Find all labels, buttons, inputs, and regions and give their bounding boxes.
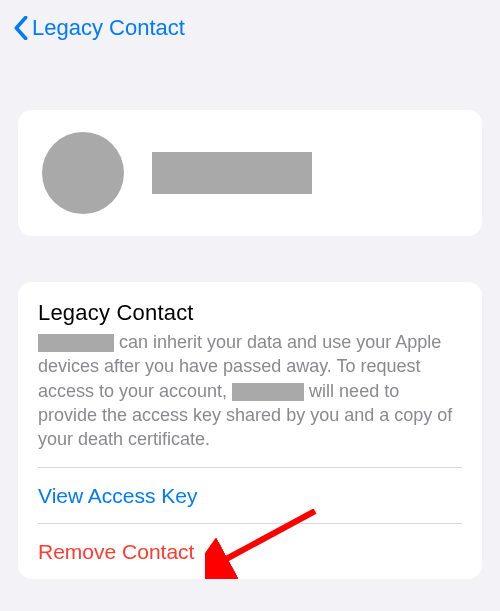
chevron-left-icon bbox=[10, 13, 32, 43]
section-title: Legacy Contact bbox=[38, 300, 462, 326]
name-redacted-inline bbox=[38, 334, 114, 352]
contact-card bbox=[18, 110, 482, 236]
remove-contact-button[interactable]: Remove Contact bbox=[38, 524, 462, 579]
section-description: can inherit your data and use your Apple… bbox=[38, 330, 462, 467]
remove-contact-label: Remove Contact bbox=[38, 540, 194, 564]
back-button[interactable]: Legacy Contact bbox=[10, 13, 185, 43]
view-access-key-label: View Access Key bbox=[38, 484, 198, 508]
back-label: Legacy Contact bbox=[32, 15, 185, 41]
view-access-key-button[interactable]: View Access Key bbox=[38, 468, 462, 523]
name-redacted-inline bbox=[232, 383, 304, 401]
contact-name-redacted bbox=[152, 152, 312, 194]
legacy-contact-detail-card: Legacy Contact can inherit your data and… bbox=[18, 282, 482, 579]
avatar bbox=[42, 132, 124, 214]
nav-bar: Legacy Contact bbox=[0, 0, 500, 56]
